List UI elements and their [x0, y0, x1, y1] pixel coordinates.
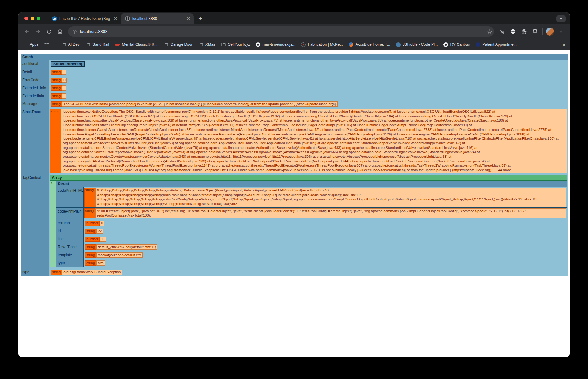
type-badge: string [51, 70, 62, 75]
value-box [62, 93, 66, 99]
extension-blocked-icon [499, 29, 505, 34]
bookmark-patient-appointment[interactable]: Patient Appointme... [476, 42, 517, 47]
window-controls [24, 17, 40, 20]
target-icon [521, 29, 527, 35]
row-label: codePrintPlain [56, 208, 83, 219]
minimize-window-button[interactable] [31, 17, 34, 20]
kebab-menu-icon [559, 29, 564, 34]
profile-avatar[interactable] [546, 28, 554, 36]
chevron-down-icon [559, 17, 563, 21]
row-label: Message [21, 100, 49, 108]
dump-row-additional: additional Struct (ordered) [21, 60, 568, 68]
patient-favicon-icon [476, 42, 480, 47]
tab-search-button[interactable] [556, 15, 566, 22]
type-badge: string [85, 252, 96, 258]
fullscreen-window-button[interactable] [37, 17, 40, 20]
tab-title: localhost:8888 [132, 17, 183, 21]
type-badge: number [85, 221, 100, 226]
dump-header[interactable]: Catch [21, 54, 568, 60]
type-badge: string [51, 270, 62, 275]
struct-row-line: line number11 [56, 235, 567, 243]
bookmark-star-icon[interactable] [487, 29, 492, 34]
array-index: 1 [50, 181, 56, 267]
dump-row-extended-info: Extended_Info string [21, 84, 568, 92]
bookmark-label: mail-time/index.js... [262, 42, 295, 47]
struct-row-type: type stringcfml [56, 259, 567, 267]
page-content: Catch additional Struct (ordered) Detail… [18, 50, 570, 357]
struct-row-raw-trace: Raw_Trace stringdefault_cfm$cf$7.call(/d… [56, 243, 567, 251]
home-button[interactable] [55, 27, 65, 36]
back-button[interactable] [22, 27, 32, 36]
forward-button[interactable] [33, 27, 43, 36]
bookmark-fabrication[interactable]: Fabrication | McKe... [301, 42, 343, 47]
browser-menu-button[interactable] [556, 27, 566, 36]
bookmark-folder-xmas[interactable]: XMas [198, 42, 215, 47]
puzzle-icon [532, 29, 538, 34]
folder-icon [221, 42, 226, 47]
type-badge: string [51, 85, 62, 91]
close-tab-icon[interactable]: ✕ [186, 16, 191, 21]
struct-row-template: template string/backatyou/code/default.c… [56, 251, 567, 259]
array-header[interactable]: Array [50, 175, 567, 180]
struct-header[interactable]: Struct [56, 181, 567, 187]
bookmark-label: Apps [30, 42, 39, 47]
pause-circle-icon [510, 28, 516, 35]
folder-icon [163, 42, 168, 47]
row-label: codePrintHTML [56, 187, 83, 207]
extension-blocked-button[interactable] [497, 27, 507, 36]
back-icon [24, 29, 30, 34]
bookmark-folder-ai-dev[interactable]: AI Dev [61, 42, 80, 47]
bookmark-merillat[interactable]: Merillat Classic® R... [115, 42, 157, 47]
type-badge: string [84, 208, 95, 218]
toolbar-divider [542, 28, 543, 35]
bookmark-mail-time[interactable]: mail-time/index.js... [256, 42, 295, 47]
type-badge: string [85, 229, 96, 234]
reload-button[interactable] [44, 27, 54, 36]
extensions-button[interactable] [530, 27, 540, 36]
tagcontext-array-table: Array 1 Struct codePrintHTML string 9: &… [50, 175, 567, 267]
struct-row-column: column number0 [56, 219, 567, 227]
new-tab-button[interactable]: + [196, 14, 205, 23]
codeprinthtml-text: 9: &nbsp;&nbsp;&nbsp;&nbsp;&nbsp;&nbsp;u… [95, 188, 566, 207]
close-tab-icon[interactable]: ✕ [113, 16, 118, 21]
message-value: The OSGi Bundle with name [commons-pool2… [62, 101, 338, 107]
bookmark-tab-groups[interactable] [44, 42, 49, 47]
bookmark-folder-sand-rail[interactable]: Sand Rail [85, 42, 109, 47]
bookmark-accublue[interactable]: AccuBlue Home: T... [349, 42, 390, 47]
target-extension-button[interactable] [519, 27, 529, 36]
url-text[interactable]: localhost:8888 [80, 29, 484, 34]
value-box: cfml [96, 260, 105, 266]
close-window-button[interactable] [24, 17, 28, 20]
row-label: type [21, 268, 49, 276]
bookmark-label: AI Dev [68, 42, 80, 47]
row-label: Raw_Trace [56, 243, 83, 251]
row-label: additional [21, 60, 49, 68]
info-icon[interactable] [72, 29, 77, 34]
bookmark-apps[interactable]: Apps [23, 42, 39, 47]
type-badge: string [85, 260, 96, 266]
struct-row-id: id string?? [56, 227, 567, 235]
tab-lucee-issue[interactable]: Lucee 6 & 7 Redis Issue (Bug ✕ [48, 13, 121, 24]
row-label: id [56, 227, 83, 235]
bookmark-rv-canbus[interactable]: RV Canbus [443, 42, 470, 47]
bookmark-jsfiddle[interactable]: JSFiddle - Code Pl... [396, 42, 438, 47]
struct-ordered-badge[interactable]: Struct (ordered) [51, 61, 85, 67]
dump-row-type: type stringorg.osgi.framework.BundleExce… [21, 268, 568, 276]
type-badge: number [85, 237, 100, 242]
bookmark-label: Merillat Classic® R... [122, 42, 157, 47]
globe-favicon-icon [125, 16, 130, 21]
pause-extension-button[interactable] [508, 27, 518, 36]
forward-icon [35, 29, 41, 34]
bookmark-folder-garage-door[interactable]: Garage Door [163, 42, 192, 47]
bookmarks-overflow-button[interactable]: » [563, 42, 565, 47]
codeprintplain-text: 9: uri = createObject("java", "java.net.… [95, 208, 566, 218]
value-box: 0 [62, 78, 66, 83]
bookmark-folder-sellyourtoyz[interactable]: SellYourToyz [221, 42, 250, 47]
tab-localhost[interactable]: localhost:8888 ✕ [121, 13, 194, 24]
lucee-favicon-icon [52, 16, 57, 21]
browser-window: Lucee 6 & 7 Redis Issue (Bug ✕ localhost… [18, 12, 570, 357]
tab-groups-icon [44, 42, 49, 47]
address-bar[interactable]: localhost:8888 [68, 26, 494, 37]
value-box: default_cfm$cf$7.call(/default.cfm:11) [96, 244, 157, 250]
folder-icon [198, 42, 203, 47]
